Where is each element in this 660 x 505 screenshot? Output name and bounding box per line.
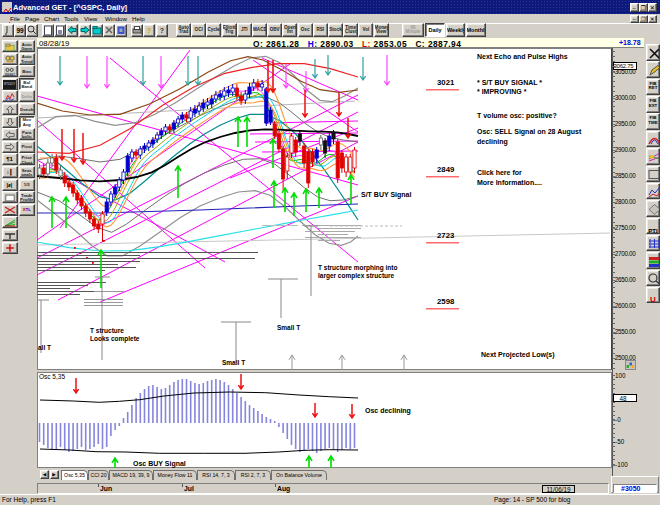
svg-text:Osc BUY Signal: Osc BUY Signal [133, 460, 186, 468]
svg-text:Osc: SELL Signal on 28 August: Osc: SELL Signal on 28 August [477, 128, 582, 136]
svg-text:2598: 2598 [437, 297, 455, 306]
svg-text:S/T BUY Signal: S/T BUY Signal [361, 191, 411, 199]
svg-text:3021: 3021 [437, 78, 455, 87]
svg-text:More Information....: More Information.... [477, 179, 542, 186]
svg-text:Small T: Small T [222, 359, 245, 366]
svg-text:T structure: T structure [90, 327, 124, 334]
svg-text:Osc 5,35: Osc 5,35 [39, 373, 65, 380]
svg-text:2849: 2849 [437, 165, 455, 174]
svg-text:all T: all T [38, 344, 51, 351]
svg-text:larger complex structure: larger complex structure [318, 272, 395, 280]
svg-text:Next Projected Low(s): Next Projected Low(s) [481, 351, 555, 359]
svg-text:2723: 2723 [437, 231, 455, 240]
svg-text:declining: declining [477, 138, 508, 146]
svg-text:T structure morphing into: T structure morphing into [318, 264, 397, 272]
svg-text:* IMPROVING *: * IMPROVING * [477, 88, 527, 95]
svg-text:Looks complete: Looks complete [90, 335, 140, 343]
svg-text:T volume osc: positive?: T volume osc: positive? [477, 112, 557, 120]
svg-text:Small T: Small T [277, 324, 300, 331]
svg-text:Click here for: Click here for [477, 169, 522, 176]
svg-text:* S/T BUY SIGNAL *: * S/T BUY SIGNAL * [477, 79, 542, 86]
svg-text:Next Echo and Pulse Highs: Next Echo and Pulse Highs [477, 53, 568, 61]
svg-text:Osc declining: Osc declining [365, 407, 411, 415]
